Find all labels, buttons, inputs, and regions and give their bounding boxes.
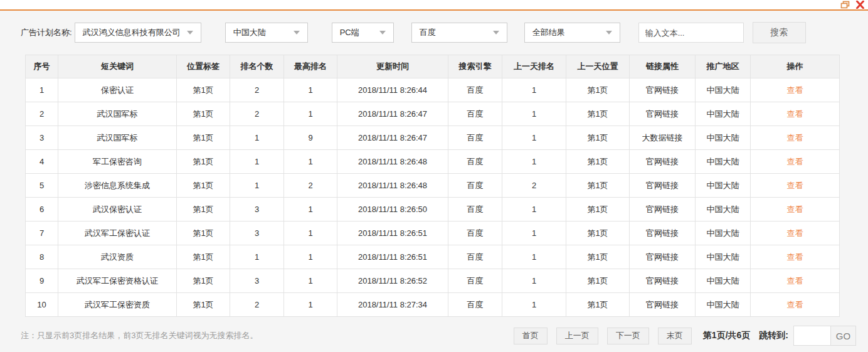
table-row: 3武汉国军标第1页192018/11/11 8:26:47百度1第1页大数据链接… [26, 126, 840, 150]
go-button[interactable]: GO [830, 326, 855, 345]
table-cell: 9 [26, 269, 58, 293]
filter-bar: 广告计划名称: 武汉鸿义信息科技有限公司 中国大陆 PC端 百度 全部结果 搜索 [0, 22, 868, 43]
view-link[interactable]: 查看 [787, 181, 803, 190]
column-header: 更新时间 [337, 55, 448, 78]
view-link[interactable]: 查看 [787, 109, 803, 119]
table-cell: 1 [502, 293, 566, 317]
table-cell: 中国大陆 [696, 78, 751, 102]
table-cell: 2018/11/11 8:26:52 [337, 269, 448, 293]
column-header: 短关键词 [58, 55, 177, 78]
table-cell: 8 [26, 245, 58, 269]
table-cell: 官网链接 [630, 293, 696, 317]
chevron-down-icon [493, 31, 499, 35]
table-cell: 第1页 [566, 198, 630, 221]
table-row: 7武汉军工保密认证第1页312018/11/11 8:26:51百度1第1页官网… [26, 221, 840, 245]
table-cell: 2018/11/11 8:26:47 [337, 126, 448, 150]
window-titlebar [0, 0, 868, 11]
table-cell: 1 [284, 150, 337, 174]
table-cell: 第1页 [566, 269, 630, 293]
first-page-button[interactable]: 首页 [514, 328, 548, 344]
result-type-select[interactable]: 全部结果 [524, 23, 620, 43]
prev-page-button[interactable]: 上一页 [556, 328, 598, 344]
restore-window-icon[interactable] [840, 1, 850, 9]
chevron-down-icon [187, 31, 193, 35]
campaign-select[interactable]: 武汉鸿义信息科技有限公司 [75, 23, 201, 43]
table-cell: 中国大陆 [696, 102, 751, 126]
table-cell: 第1页 [177, 198, 230, 221]
view-link[interactable]: 查看 [787, 228, 803, 238]
table-cell: 武汉国军标 [58, 126, 177, 150]
view-link[interactable]: 查看 [787, 205, 803, 214]
view-link[interactable]: 查看 [787, 133, 803, 142]
table-cell: 官网链接 [630, 102, 696, 126]
table-row: 2武汉国军标第1页212018/11/11 8:26:47百度1第1页官网链接中… [26, 102, 840, 126]
pagination: 首页 上一页 下一页 末页 第1页/共6页 跳转到: GO [505, 326, 856, 346]
table-cell: 百度 [448, 198, 502, 221]
view-link[interactable]: 查看 [787, 300, 803, 309]
search-input[interactable] [638, 23, 744, 43]
table-cell: 2 [26, 102, 58, 126]
table-cell: 百度 [448, 126, 502, 150]
table-cell: 官网链接 [630, 221, 696, 245]
table-cell: 中国大陆 [696, 150, 751, 174]
column-header: 排名个数 [230, 55, 284, 78]
column-header: 操作 [751, 55, 840, 78]
table-cell: 中国大陆 [696, 269, 751, 293]
table-cell: 百度 [448, 221, 502, 245]
chevron-down-icon [606, 31, 612, 35]
table-cell: 2 [502, 174, 566, 198]
table-cell: 查看 [751, 293, 840, 317]
table-cell: 查看 [751, 221, 840, 245]
close-window-icon[interactable] [855, 1, 865, 9]
jump-page-input[interactable] [794, 326, 830, 345]
next-page-button[interactable]: 下一页 [607, 328, 649, 344]
view-link[interactable]: 查看 [787, 252, 803, 262]
table-cell: 2018/11/11 8:26:50 [337, 198, 448, 221]
view-link[interactable]: 查看 [787, 276, 803, 285]
page-info: 第1页/共6页 [703, 330, 750, 341]
table-cell: 第1页 [566, 174, 630, 198]
table-cell: 2018/11/11 8:26:44 [337, 78, 448, 102]
table-cell: 2 [230, 293, 284, 317]
table-cell: 2018/11/11 8:26:48 [337, 150, 448, 174]
table-cell: 2 [284, 174, 337, 198]
table-cell: 武汉军工保密认证 [58, 221, 177, 245]
table-cell: 查看 [751, 174, 840, 198]
table-cell: 官网链接 [630, 269, 696, 293]
table-cell: 武汉军工保密资格认证 [58, 269, 177, 293]
table-cell: 第1页 [177, 126, 230, 150]
table-row: 9武汉军工保密资格认证第1页312018/11/11 8:26:52百度1第1页… [26, 269, 840, 293]
column-header: 上一天位置 [566, 55, 630, 78]
column-header: 推广地区 [696, 55, 751, 78]
table-cell: 武汉国军标 [58, 102, 177, 126]
table-row: 6武汉保密认证第1页312018/11/11 8:26:50百度1第1页官网链接… [26, 198, 840, 221]
search-button[interactable]: 搜索 [753, 22, 806, 43]
table-cell: 军工保密咨询 [58, 150, 177, 174]
table-cell: 4 [26, 150, 58, 174]
table-cell: 第1页 [566, 102, 630, 126]
table-header-row: 序号短关键词位置标签排名个数最高排名更新时间搜索引擎上一天排名上一天位置链接属性… [26, 55, 840, 78]
region-select[interactable]: 中国大陆 [225, 23, 308, 43]
platform-select[interactable]: PC端 [332, 23, 394, 43]
table-cell: 第1页 [177, 269, 230, 293]
table-cell: 1 [502, 126, 566, 150]
table-cell: 1 [284, 102, 337, 126]
table-cell: 第1页 [177, 293, 230, 317]
table-cell: 查看 [751, 78, 840, 102]
table-cell: 7 [26, 221, 58, 245]
last-page-button[interactable]: 末页 [658, 328, 692, 344]
chevron-down-icon [294, 31, 300, 35]
campaign-name-label: 广告计划名称: [21, 27, 72, 38]
jump-to-label: 跳转到: [759, 330, 788, 341]
table-cell: 1 [502, 78, 566, 102]
table-cell: 第1页 [177, 245, 230, 269]
table-cell: 1 [284, 269, 337, 293]
table-cell: 1 [502, 269, 566, 293]
table-cell: 第1页 [566, 126, 630, 150]
table-cell: 中国大陆 [696, 198, 751, 221]
view-link[interactable]: 查看 [787, 85, 803, 95]
view-link[interactable]: 查看 [787, 157, 803, 166]
column-header: 链接属性 [630, 55, 696, 78]
engine-select[interactable]: 百度 [411, 23, 507, 43]
table-cell: 第1页 [566, 221, 630, 245]
